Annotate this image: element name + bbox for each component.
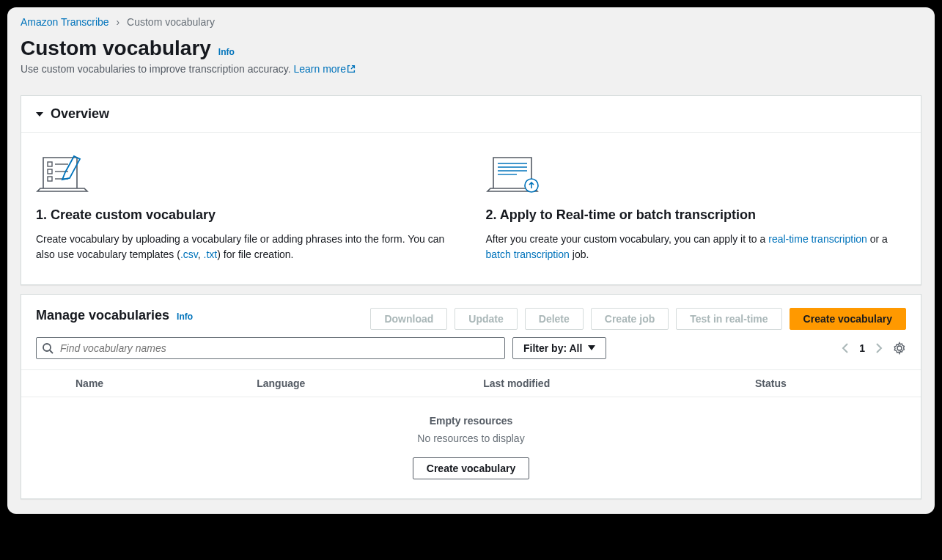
col-name[interactable]: Name	[76, 377, 257, 389]
batch-link[interactable]: batch transcription	[486, 248, 570, 260]
table-header: Name Language Last modified Status	[21, 369, 921, 397]
create-vocabulary-button[interactable]: Create vocabulary	[790, 308, 906, 330]
txt-link[interactable]: .txt	[204, 248, 218, 260]
svg-rect-1	[48, 169, 52, 174]
search-icon	[42, 342, 54, 354]
page-number: 1	[859, 342, 865, 354]
overview-toggle[interactable]: Overview	[21, 96, 921, 133]
empty-state: Empty resources No resources to display …	[21, 397, 921, 484]
overview-step-2: 2. Apply to Real-time or batch transcrip…	[486, 153, 907, 262]
vocab-form-icon	[36, 153, 457, 194]
manage-info-link[interactable]: Info	[177, 312, 193, 322]
delete-button[interactable]: Delete	[525, 308, 584, 330]
csv-link[interactable]: .csv	[180, 248, 198, 260]
download-button[interactable]: Download	[370, 308, 447, 330]
page-info-link[interactable]: Info	[218, 47, 235, 57]
manage-panel: Manage vocabularies Info Download Update…	[21, 294, 921, 499]
apply-transcription-icon	[486, 153, 907, 194]
settings-gear-icon[interactable]	[893, 342, 906, 355]
col-last-modified[interactable]: Last modified	[483, 377, 755, 389]
page-description-text: Use custom vocabularies to improve trans…	[21, 63, 293, 75]
caret-down-icon	[36, 112, 43, 117]
svg-rect-0	[48, 162, 52, 166]
step1-title: 1. Create custom vocabulary	[36, 207, 457, 223]
svg-line-12	[50, 350, 53, 353]
learn-more-link[interactable]: Learn more	[293, 63, 356, 75]
empty-title: Empty resources	[21, 415, 921, 427]
col-language[interactable]: Language	[257, 377, 483, 389]
breadcrumb: Amazon Transcribe › Custom vocabulary	[7, 7, 935, 34]
step2-description: After you create your custom vocabulary,…	[486, 232, 897, 262]
create-job-button[interactable]: Create job	[591, 308, 669, 330]
col-status[interactable]: Status	[755, 377, 906, 389]
manage-title: Manage vocabularies	[36, 308, 169, 323]
overview-step-1: 1. Create custom vocabulary Create vocab…	[36, 153, 457, 262]
empty-create-button[interactable]: Create vocabulary	[413, 457, 529, 479]
step2-title: 2. Apply to Real-time or batch transcrip…	[486, 207, 907, 223]
test-realtime-button[interactable]: Test in real-time	[676, 308, 781, 330]
step1-description: Create vocabulary by uploading a vocabul…	[36, 232, 446, 262]
breadcrumb-root-link[interactable]: Amazon Transcribe	[21, 16, 109, 28]
filter-dropdown[interactable]: Filter by: All	[512, 337, 606, 359]
empty-message: No resources to display	[21, 432, 921, 444]
overview-panel: Overview 1. Create custom vocab	[21, 95, 921, 285]
external-link-icon	[346, 64, 356, 74]
page-title: Custom vocabulary	[21, 37, 211, 60]
update-button[interactable]: Update	[455, 308, 517, 330]
svg-rect-2	[48, 177, 52, 181]
dropdown-caret-icon	[588, 345, 595, 351]
overview-heading: Overview	[51, 106, 109, 122]
breadcrumb-separator: ›	[117, 16, 120, 28]
search-input[interactable]	[36, 337, 505, 359]
pagination: 1	[842, 342, 906, 355]
realtime-link[interactable]: real-time transcription	[768, 233, 867, 245]
breadcrumb-current: Custom vocabulary	[127, 16, 215, 28]
svg-point-11	[43, 344, 51, 351]
next-page-button[interactable]	[875, 343, 883, 353]
page-description: Use custom vocabularies to improve trans…	[21, 63, 921, 75]
prev-page-button[interactable]	[842, 343, 849, 353]
